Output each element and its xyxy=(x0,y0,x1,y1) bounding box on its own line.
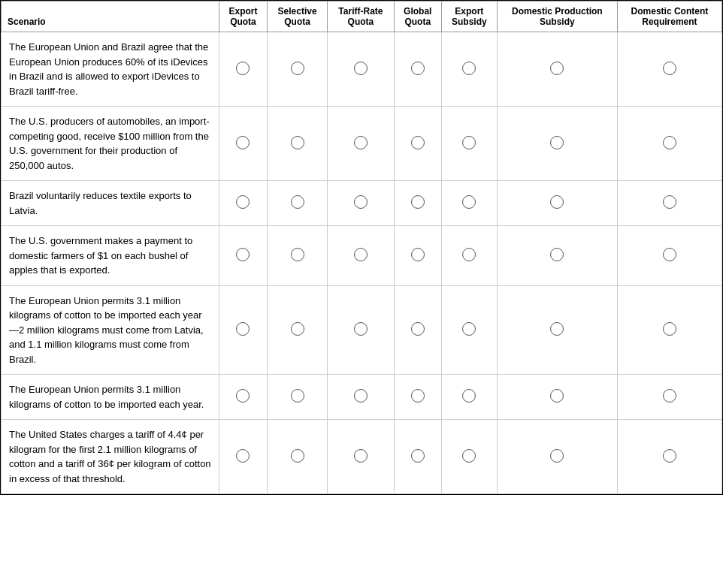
radio-cell-r2-c1[interactable] xyxy=(267,181,327,226)
radio-cell-r6-c5[interactable] xyxy=(497,420,617,494)
radio-button-r3-c0[interactable] xyxy=(236,248,250,261)
radio-button-r2-c6[interactable] xyxy=(663,195,676,209)
radio-button-r3-c3[interactable] xyxy=(411,248,425,261)
radio-button-r0-c4[interactable] xyxy=(462,62,476,75)
radio-button-r2-c3[interactable] xyxy=(411,195,425,209)
radio-cell-r4-c3[interactable] xyxy=(394,285,441,375)
radio-cell-r0-c6[interactable] xyxy=(617,32,721,107)
radio-cell-r6-c6[interactable] xyxy=(617,420,721,494)
radio-cell-r2-c4[interactable] xyxy=(441,181,497,226)
radio-cell-r0-c3[interactable] xyxy=(394,32,441,107)
radio-button-r5-c2[interactable] xyxy=(354,389,368,403)
radio-button-r5-c5[interactable] xyxy=(550,389,564,403)
radio-button-r1-c1[interactable] xyxy=(291,136,304,149)
radio-button-r4-c1[interactable] xyxy=(291,322,304,336)
radio-cell-r1-c3[interactable] xyxy=(394,107,441,181)
radio-cell-r6-c4[interactable] xyxy=(441,420,497,494)
radio-cell-r0-c0[interactable] xyxy=(219,32,268,107)
radio-cell-r0-c2[interactable] xyxy=(328,32,394,107)
radio-button-r3-c2[interactable] xyxy=(354,248,368,261)
radio-button-r1-c2[interactable] xyxy=(354,136,368,149)
radio-cell-r4-c1[interactable] xyxy=(267,285,327,375)
radio-cell-r2-c2[interactable] xyxy=(328,181,394,226)
radio-button-r1-c0[interactable] xyxy=(236,136,250,149)
radio-cell-r5-c6[interactable] xyxy=(617,375,721,420)
radio-button-r6-c4[interactable] xyxy=(462,449,476,463)
radio-button-r4-c2[interactable] xyxy=(354,322,368,336)
radio-cell-r3-c0[interactable] xyxy=(219,226,268,286)
radio-button-r6-c5[interactable] xyxy=(550,449,564,463)
radio-button-r3-c4[interactable] xyxy=(462,248,476,261)
radio-cell-r1-c2[interactable] xyxy=(328,107,394,181)
radio-button-r6-c6[interactable] xyxy=(663,449,676,463)
radio-cell-r5-c2[interactable] xyxy=(328,375,394,420)
radio-cell-r4-c5[interactable] xyxy=(497,285,617,375)
radio-cell-r4-c6[interactable] xyxy=(617,285,721,375)
radio-button-r2-c5[interactable] xyxy=(550,195,564,209)
radio-button-r0-c0[interactable] xyxy=(236,62,250,75)
radio-cell-r1-c5[interactable] xyxy=(497,107,617,181)
radio-cell-r4-c4[interactable] xyxy=(441,285,497,375)
radio-cell-r5-c4[interactable] xyxy=(441,375,497,420)
radio-button-r4-c5[interactable] xyxy=(550,322,564,336)
radio-cell-r6-c2[interactable] xyxy=(328,420,394,494)
radio-cell-r0-c4[interactable] xyxy=(441,32,497,107)
radio-cell-r5-c0[interactable] xyxy=(219,375,268,420)
radio-button-r1-c4[interactable] xyxy=(462,136,476,149)
radio-cell-r3-c4[interactable] xyxy=(441,226,497,286)
radio-cell-r1-c1[interactable] xyxy=(267,107,327,181)
radio-cell-r0-c5[interactable] xyxy=(497,32,617,107)
radio-cell-r4-c0[interactable] xyxy=(219,285,268,375)
radio-button-r6-c2[interactable] xyxy=(354,449,368,463)
radio-button-r4-c3[interactable] xyxy=(411,322,425,336)
radio-button-r1-c3[interactable] xyxy=(411,136,425,149)
radio-button-r6-c3[interactable] xyxy=(411,449,425,463)
radio-cell-r3-c2[interactable] xyxy=(328,226,394,286)
radio-cell-r6-c0[interactable] xyxy=(219,420,268,494)
radio-button-r6-c0[interactable] xyxy=(236,449,250,463)
radio-cell-r6-c1[interactable] xyxy=(267,420,327,494)
radio-button-r0-c5[interactable] xyxy=(550,62,564,75)
radio-button-r5-c3[interactable] xyxy=(411,389,425,403)
radio-cell-r1-c4[interactable] xyxy=(441,107,497,181)
radio-cell-r0-c1[interactable] xyxy=(267,32,327,107)
radio-button-r0-c6[interactable] xyxy=(663,62,676,75)
radio-button-r6-c1[interactable] xyxy=(291,449,304,463)
radio-button-r2-c0[interactable] xyxy=(236,195,250,209)
export-subsidy-header-label: Export xyxy=(455,6,483,17)
radio-button-r4-c4[interactable] xyxy=(462,322,476,336)
radio-cell-r2-c3[interactable] xyxy=(394,181,441,226)
radio-button-r2-c4[interactable] xyxy=(462,195,476,209)
radio-cell-r5-c1[interactable] xyxy=(267,375,327,420)
radio-button-r3-c5[interactable] xyxy=(550,248,564,261)
radio-cell-r2-c0[interactable] xyxy=(219,181,268,226)
radio-cell-r3-c5[interactable] xyxy=(497,226,617,286)
radio-cell-r3-c1[interactable] xyxy=(267,226,327,286)
radio-button-r5-c1[interactable] xyxy=(291,389,304,403)
radio-cell-r3-c6[interactable] xyxy=(617,226,721,286)
radio-button-r4-c6[interactable] xyxy=(663,322,676,336)
radio-cell-r6-c3[interactable] xyxy=(394,420,441,494)
radio-cell-r3-c3[interactable] xyxy=(394,226,441,286)
radio-button-r1-c5[interactable] xyxy=(550,136,564,149)
radio-button-r3-c1[interactable] xyxy=(291,248,304,261)
radio-button-r2-c1[interactable] xyxy=(291,195,304,209)
radio-button-r1-c6[interactable] xyxy=(663,136,676,149)
domestic-production-subsidy-header-label: Domestic Production xyxy=(512,6,603,17)
radio-button-r5-c0[interactable] xyxy=(236,389,250,403)
radio-button-r3-c6[interactable] xyxy=(663,248,676,261)
radio-button-r4-c0[interactable] xyxy=(236,322,250,336)
radio-cell-r2-c5[interactable] xyxy=(497,181,617,226)
radio-cell-r2-c6[interactable] xyxy=(617,181,721,226)
radio-cell-r4-c2[interactable] xyxy=(328,285,394,375)
radio-button-r0-c3[interactable] xyxy=(411,62,425,75)
radio-cell-r5-c5[interactable] xyxy=(497,375,617,420)
radio-button-r5-c6[interactable] xyxy=(663,389,676,403)
radio-button-r5-c4[interactable] xyxy=(462,389,476,403)
radio-cell-r5-c3[interactable] xyxy=(394,375,441,420)
radio-button-r2-c2[interactable] xyxy=(354,195,368,209)
radio-button-r0-c2[interactable] xyxy=(354,62,368,75)
radio-button-r0-c1[interactable] xyxy=(291,62,304,75)
radio-cell-r1-c0[interactable] xyxy=(219,107,268,181)
radio-cell-r1-c6[interactable] xyxy=(617,107,721,181)
